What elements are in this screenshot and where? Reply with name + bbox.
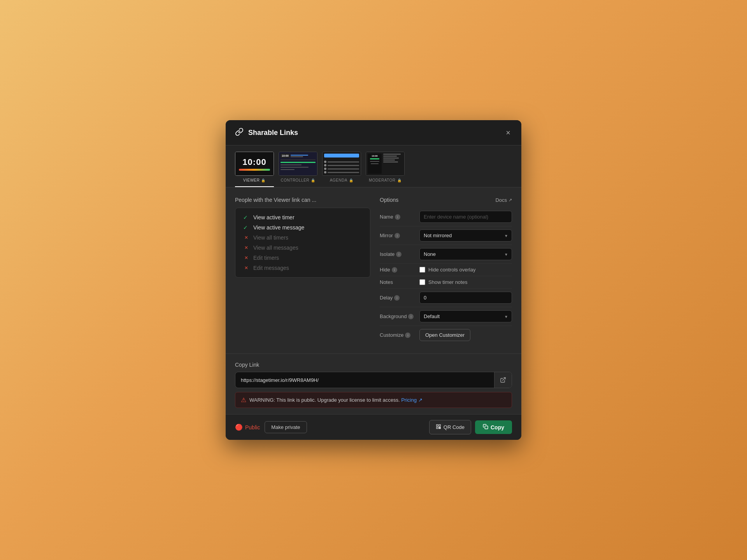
option-notes-control: Show timer notes bbox=[419, 279, 512, 285]
close-button[interactable]: × bbox=[504, 127, 512, 138]
options-title: Options bbox=[380, 197, 398, 203]
customize-info-icon[interactable]: i bbox=[405, 332, 410, 338]
qr-code-button[interactable]: QR Code bbox=[429, 420, 471, 434]
mirror-select[interactable]: Not mirrored Horizontal Vertical Both bbox=[419, 229, 512, 242]
pricing-link[interactable]: Pricing ↗ bbox=[401, 397, 422, 403]
tab-moderator[interactable]: 10:00 MODERATOR 🔒 bbox=[366, 152, 405, 187]
tab-controller[interactable]: 10:00 bbox=[279, 152, 317, 187]
svg-rect-6 bbox=[439, 428, 440, 429]
options-panel: Options Docs ↗ Name i bbox=[380, 197, 512, 344]
option-mirror-row: Mirror i Not mirrored Horizontal Vertica… bbox=[380, 226, 512, 245]
viewer-time-display: 10:00 bbox=[242, 157, 266, 167]
notes-checkbox-label: Show timer notes bbox=[428, 279, 467, 285]
make-private-button[interactable]: Make private bbox=[265, 421, 307, 433]
svg-line-0 bbox=[503, 378, 505, 380]
option-delay-label: Delay i bbox=[380, 295, 415, 301]
tab-viewer-label: VIEWER 🔒 bbox=[243, 178, 266, 182]
option-mirror-control: Not mirrored Horizontal Vertical Both ▼ bbox=[419, 229, 512, 242]
tab-agenda[interactable]: AGENDA 🔒 bbox=[322, 152, 361, 187]
moderator-lock-icon: 🔒 bbox=[397, 178, 402, 182]
perm-edit-messages: ✕ Edit messages bbox=[243, 265, 362, 271]
name-input[interactable] bbox=[419, 211, 512, 223]
check-icon-1: ✓ bbox=[243, 214, 249, 220]
isolate-select[interactable]: None Timer 1 Timer 2 bbox=[419, 248, 512, 260]
header-left: Sharable Links bbox=[235, 128, 298, 138]
isolate-info-icon[interactable]: i bbox=[396, 252, 402, 257]
background-info-icon[interactable]: i bbox=[408, 314, 414, 319]
agenda-preview-thumb bbox=[322, 152, 361, 176]
x-icon-4: ✕ bbox=[243, 265, 249, 271]
viewer-progress-bar bbox=[239, 169, 270, 171]
option-notes-label: Notes bbox=[380, 279, 415, 285]
option-customize-row: Customize i Open Customizer bbox=[380, 326, 512, 344]
tab-moderator-label: MODERATOR 🔒 bbox=[369, 178, 402, 182]
option-mirror-label: Mirror i bbox=[380, 233, 415, 238]
tab-viewer[interactable]: 10:00 VIEWER 🔒 bbox=[235, 152, 274, 187]
viewer-preview: 10:00 bbox=[235, 152, 274, 176]
agenda-lock-icon: 🔒 bbox=[349, 178, 354, 182]
copy-icon bbox=[483, 424, 488, 430]
controller-lock-icon: 🔒 bbox=[311, 178, 316, 182]
link-icon bbox=[235, 128, 244, 138]
qr-code-label: QR Code bbox=[444, 424, 465, 430]
x-icon-1: ✕ bbox=[243, 235, 249, 240]
option-delay-row: Delay i bbox=[380, 289, 512, 307]
option-background-row: Background i Default Black White Transpa… bbox=[380, 307, 512, 326]
notes-checkbox[interactable] bbox=[419, 279, 425, 285]
mirror-info-icon[interactable]: i bbox=[395, 233, 400, 238]
svg-rect-4 bbox=[439, 427, 440, 428]
footer-left: 🔴 Public Make private bbox=[235, 421, 307, 433]
link-url-input[interactable] bbox=[235, 373, 494, 387]
perm-view-active-message: ✓ View active message bbox=[243, 224, 362, 231]
perm-edit-timers: ✕ Edit timers bbox=[243, 255, 362, 261]
open-customizer-button[interactable]: Open Customizer bbox=[419, 329, 470, 341]
viewer-lock-icon: 🔒 bbox=[261, 178, 266, 182]
option-name-row: Name i bbox=[380, 208, 512, 226]
public-badge: 🔴 Public bbox=[235, 424, 260, 431]
option-hide-row: Hide i Hide controls overlay bbox=[380, 264, 512, 276]
tab-controller-label: CONTROLLER 🔒 bbox=[281, 178, 316, 182]
modal-footer: 🔴 Public Make private QR Code bbox=[226, 414, 521, 440]
name-info-icon[interactable]: i bbox=[395, 214, 400, 220]
tabs-row: 10:00 VIEWER 🔒 10:00 bbox=[226, 145, 521, 187]
svg-rect-5 bbox=[440, 428, 440, 429]
svg-rect-1 bbox=[437, 425, 438, 426]
public-label: Public bbox=[245, 424, 260, 430]
option-isolate-control: None Timer 1 Timer 2 ▼ bbox=[419, 248, 512, 260]
link-input-row bbox=[235, 372, 512, 388]
svg-rect-8 bbox=[485, 426, 488, 429]
option-customize-control: Open Customizer bbox=[419, 329, 512, 341]
option-notes-row: Notes Show timer notes bbox=[380, 276, 512, 289]
background-select[interactable]: Default Black White Transparent bbox=[419, 310, 512, 322]
option-name-label: Name i bbox=[380, 214, 415, 220]
public-icon: 🔴 bbox=[235, 424, 243, 431]
docs-link[interactable]: Docs ↗ bbox=[495, 197, 512, 203]
perm-view-all-messages: ✕ View all messages bbox=[243, 245, 362, 251]
options-header: Options Docs ↗ bbox=[380, 197, 512, 203]
tab-agenda-label: AGENDA 🔒 bbox=[330, 178, 354, 182]
svg-rect-3 bbox=[437, 427, 438, 429]
hide-checkbox[interactable] bbox=[419, 267, 425, 273]
hide-info-icon[interactable]: i bbox=[392, 267, 397, 273]
option-isolate-label: Isolate i bbox=[380, 251, 415, 257]
delay-input[interactable] bbox=[419, 292, 512, 304]
option-customize-label: Customize i bbox=[380, 332, 415, 338]
hide-checkbox-label: Hide controls overlay bbox=[428, 267, 475, 273]
moderator-preview-thumb: 10:00 bbox=[366, 152, 405, 176]
check-icon-2: ✓ bbox=[243, 224, 249, 231]
warning-text: WARNING: This link is public. Upgrade yo… bbox=[249, 397, 423, 403]
copy-button[interactable]: Copy bbox=[475, 420, 512, 434]
open-link-button[interactable] bbox=[494, 372, 512, 388]
x-icon-2: ✕ bbox=[243, 245, 249, 250]
permissions-panel: People with the Viewer link can ... ✓ Vi… bbox=[235, 197, 370, 344]
delay-info-icon[interactable]: i bbox=[394, 295, 400, 301]
permissions-box: ✓ View active timer ✓ View active messag… bbox=[235, 208, 370, 278]
option-background-control: Default Black White Transparent ▼ bbox=[419, 310, 512, 322]
sharable-links-modal: Sharable Links × 10:00 VIEWER 🔒 bbox=[226, 120, 521, 440]
svg-rect-2 bbox=[439, 425, 440, 426]
option-isolate-row: Isolate i None Timer 1 Timer 2 ▼ bbox=[380, 245, 512, 264]
warning-bar: ⚠ WARNING: This link is public. Upgrade … bbox=[235, 392, 512, 408]
qr-icon bbox=[436, 424, 441, 430]
option-name-control bbox=[419, 211, 512, 223]
copy-link-title: Copy Link bbox=[235, 362, 512, 368]
